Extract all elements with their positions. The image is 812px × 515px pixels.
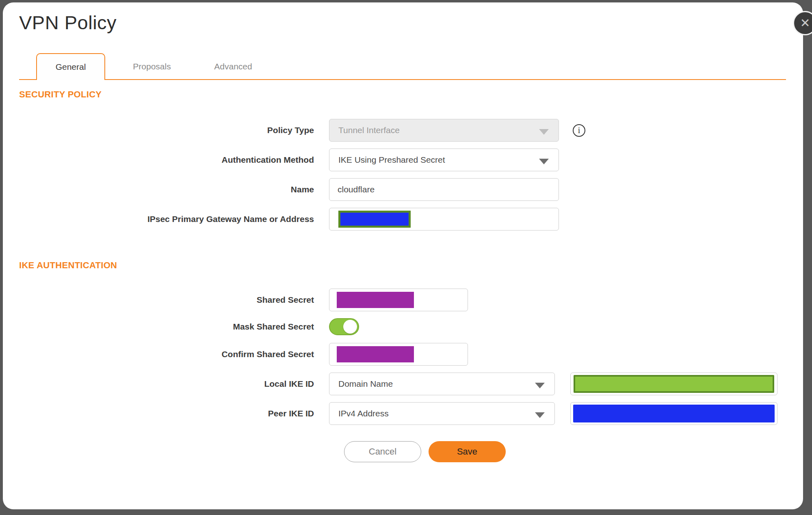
peer-ike-id-row: Peer IKE ID IPv4 Address: [19, 402, 803, 425]
policy-type-select: Tunnel Interface: [329, 119, 559, 142]
shared-secret-input[interactable]: [329, 289, 468, 311]
info-icon[interactable]: i: [573, 124, 585, 137]
local-ike-id-label: Local IKE ID: [19, 379, 329, 389]
page-backdrop: { "colors": { "accent": "#f5831f", "titl…: [0, 0, 812, 515]
local-ike-id-redaction-block: [574, 375, 774, 393]
shared-secret-redaction-block: [337, 292, 414, 308]
shared-secret-row: Shared Secret: [19, 289, 803, 311]
close-icon: ✕: [800, 17, 810, 29]
cancel-button[interactable]: Cancel: [344, 441, 421, 462]
ike-authentication-heading: IKE AUTHENTICATION: [19, 260, 803, 271]
gateway-input[interactable]: [329, 208, 559, 231]
authentication-method-label: Authentication Method: [19, 155, 329, 165]
policy-type-label: Policy Type: [19, 125, 329, 135]
local-ike-id-row: Local IKE ID Domain Name: [19, 373, 803, 395]
vpn-policy-dialog: VPN Policy General Proposals Advanced SE…: [3, 2, 803, 509]
tab-general[interactable]: General: [36, 53, 105, 80]
gateway-redaction-block: [338, 211, 411, 228]
authentication-method-row: Authentication Method IKE Using Preshare…: [19, 149, 803, 171]
policy-type-value: Tunnel Interface: [338, 125, 400, 135]
mask-shared-secret-row: Mask Shared Secret: [19, 318, 803, 335]
local-ike-id-select[interactable]: Domain Name: [329, 373, 555, 395]
save-button[interactable]: Save: [429, 441, 506, 462]
local-ike-id-selected: Domain Name: [338, 379, 393, 389]
name-field-wrap: [329, 178, 559, 201]
page-title: VPN Policy: [19, 11, 803, 34]
confirm-shared-secret-row: Confirm Shared Secret: [19, 343, 803, 366]
mask-shared-secret-label: Mask Shared Secret: [19, 322, 329, 332]
chevron-down-icon: [535, 412, 545, 418]
chevron-down-icon: [539, 159, 549, 164]
gateway-row: IPsec Primary Gateway Name or Address: [19, 208, 803, 231]
authentication-method-value: IKE Using Preshared Secret: [338, 155, 445, 165]
peer-ike-id-selected: IPv4 Address: [338, 409, 389, 418]
mask-shared-secret-toggle[interactable]: [329, 318, 359, 335]
peer-ike-id-value-input[interactable]: [570, 402, 777, 425]
confirm-shared-secret-input[interactable]: [329, 343, 468, 366]
authentication-method-select[interactable]: IKE Using Preshared Secret: [329, 149, 559, 171]
local-ike-id-value-input[interactable]: [570, 373, 777, 395]
peer-ike-id-label: Peer IKE ID: [19, 409, 329, 418]
name-input[interactable]: [329, 179, 559, 200]
name-row: Name: [19, 178, 803, 201]
dialog-footer: Cancel Save: [344, 441, 803, 462]
confirm-shared-secret-redaction-block: [337, 346, 414, 362]
shared-secret-label: Shared Secret: [19, 295, 329, 305]
toggle-knob: [343, 320, 357, 334]
security-policy-heading: SECURITY POLICY: [19, 89, 803, 100]
chevron-down-icon: [539, 129, 549, 135]
name-label: Name: [19, 185, 329, 194]
peer-ike-id-redaction-block: [573, 405, 775, 422]
peer-ike-id-select[interactable]: IPv4 Address: [329, 402, 555, 425]
policy-type-row: Policy Type Tunnel Interface i: [19, 119, 803, 142]
chevron-down-icon: [535, 383, 545, 388]
gateway-label: IPsec Primary Gateway Name or Address: [19, 214, 329, 224]
confirm-shared-secret-label: Confirm Shared Secret: [19, 349, 329, 359]
tab-strip: General Proposals Advanced: [19, 54, 786, 80]
tab-proposals[interactable]: Proposals: [117, 54, 186, 79]
tab-advanced[interactable]: Advanced: [199, 54, 268, 79]
